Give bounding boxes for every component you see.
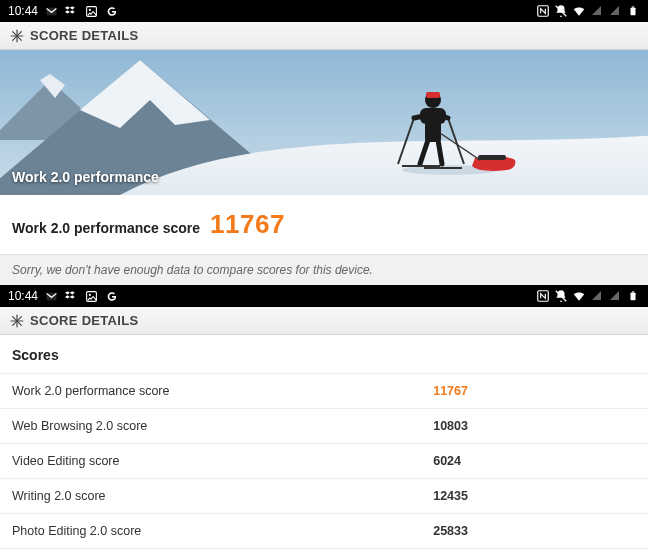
screenshot-top: 10:44 SCORE DETAILS [0, 0, 648, 285]
header-title: SCORE DETAILS [30, 313, 138, 328]
score-value: 11767 [421, 374, 648, 409]
battery-icon [626, 4, 640, 18]
battery-icon [626, 289, 640, 303]
score-label: Photo Editing 2.0 score [0, 514, 421, 549]
wifi-icon [572, 289, 586, 303]
nfc-icon [536, 289, 550, 303]
scores-heading: Scores [0, 335, 648, 374]
gallery-icon [84, 289, 98, 303]
score-label: Web Browsing 2.0 score [0, 409, 421, 444]
signal-2-icon [608, 4, 622, 18]
signal-1-icon [590, 4, 604, 18]
signal-2-icon [608, 289, 622, 303]
header-title: SCORE DETAILS [30, 28, 138, 43]
svg-rect-16 [426, 92, 440, 98]
score-value: 6024 [421, 444, 648, 479]
table-row: Writing 2.0 score12435 [0, 479, 648, 514]
score-label: Data Manipulation score [0, 549, 421, 559]
status-time: 10:44 [8, 289, 38, 303]
svg-point-1 [88, 8, 90, 10]
score-value: 10791 [421, 549, 648, 559]
score-value: 12435 [421, 479, 648, 514]
dropbox-icon [64, 289, 78, 303]
header-bar: SCORE DETAILS [0, 22, 648, 50]
header-bar-2: SCORE DETAILS [0, 307, 648, 335]
primary-score-label: Work 2.0 performance score [12, 220, 200, 236]
hero-label: Work 2.0 performance [12, 169, 159, 185]
scores-table: Work 2.0 performance score11767Web Brows… [0, 374, 648, 558]
svg-rect-4 [631, 8, 636, 16]
score-value: 25833 [421, 514, 648, 549]
svg-rect-27 [632, 291, 635, 292]
screenshot-bottom: 10:44 SCORE DETAILS Scores Work 2.0 perf… [0, 285, 648, 558]
dropbox-icon [64, 4, 78, 18]
primary-score-value: 11767 [210, 209, 285, 240]
google-icon [104, 4, 118, 18]
svg-rect-5 [632, 6, 635, 7]
score-value: 10803 [421, 409, 648, 444]
svg-rect-26 [631, 293, 636, 301]
table-row: Work 2.0 performance score11767 [0, 374, 648, 409]
compare-note: Sorry, we don't have enough data to comp… [0, 254, 648, 285]
hero-image: Work 2.0 performance [0, 50, 648, 195]
snowflake-icon [10, 29, 24, 43]
status-time: 10:44 [8, 4, 38, 18]
primary-score-row: Work 2.0 performance score 11767 [0, 195, 648, 254]
wifi-icon [572, 4, 586, 18]
bell-off-icon [554, 289, 568, 303]
score-label: Work 2.0 performance score [0, 374, 421, 409]
score-label: Video Editing score [0, 444, 421, 479]
google-icon [104, 289, 118, 303]
nfc-icon [536, 4, 550, 18]
table-row: Web Browsing 2.0 score10803 [0, 409, 648, 444]
bell-off-icon [554, 4, 568, 18]
status-bar-2: 10:44 [0, 285, 648, 307]
table-row: Photo Editing 2.0 score25833 [0, 514, 648, 549]
svg-rect-12 [478, 155, 506, 160]
signal-1-icon [590, 289, 604, 303]
gmail-icon [44, 4, 58, 18]
gallery-icon [84, 4, 98, 18]
gmail-icon [44, 289, 58, 303]
table-row: Data Manipulation score10791 [0, 549, 648, 559]
snowflake-icon [10, 314, 24, 328]
svg-point-23 [88, 293, 90, 295]
status-bar: 10:44 [0, 0, 648, 22]
score-label: Writing 2.0 score [0, 479, 421, 514]
table-row: Video Editing score6024 [0, 444, 648, 479]
